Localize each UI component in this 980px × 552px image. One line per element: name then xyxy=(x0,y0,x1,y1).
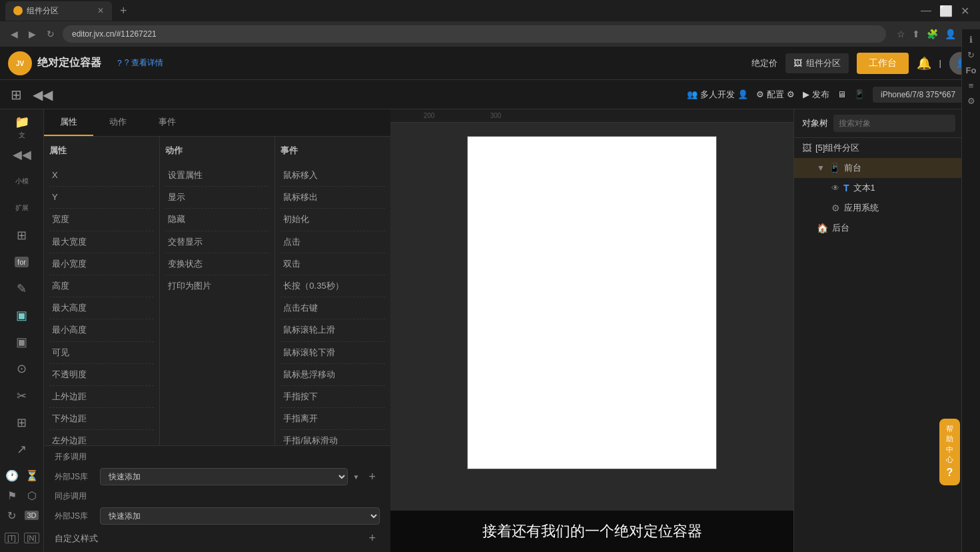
mobile-icon[interactable]: 📱 xyxy=(854,89,865,99)
tab-events[interactable]: 事件 xyxy=(143,109,192,136)
sidebar-n-button[interactable]: [N] xyxy=(23,529,41,547)
main-content: 📁 文 ◀◀ 小模 扩展 ⊞ for ✎ ▣ xyxy=(0,109,980,552)
sidebar-item-component[interactable]: ▣ xyxy=(4,330,40,354)
sidebar-item-circle[interactable]: ⊙ xyxy=(4,357,40,381)
tree-item-component-section[interactable]: 🖼 [5]组件分区 xyxy=(794,138,980,158)
event-longpress[interactable]: 长按（0.35秒） xyxy=(280,275,385,297)
sidebar-item-expand[interactable]: 扩展 xyxy=(4,196,40,220)
preview-icon[interactable]: 🖥 xyxy=(837,89,846,99)
help-link[interactable]: ? ? 查看详情 xyxy=(117,57,163,69)
tab-attributes[interactable]: 属性 xyxy=(44,109,93,136)
refresh-button[interactable]: ↻ xyxy=(44,26,57,42)
prop-min-height[interactable]: 最小高度 xyxy=(49,319,154,341)
action-state[interactable]: 变换状态 xyxy=(165,253,270,275)
add-style-button[interactable]: + xyxy=(364,530,380,547)
help-center-button[interactable]: 帮 助 中 心 ? xyxy=(939,419,960,485)
js-library-selector-2[interactable]: 快速添加 xyxy=(100,507,380,525)
sidebar-item-small[interactable]: 小模 xyxy=(4,169,40,193)
sidebar-files-label: 文 xyxy=(19,131,25,140)
device-selector[interactable]: iPhone6/7/8 375*667 xyxy=(873,87,972,103)
sidebar-network-button[interactable]: ⬡ xyxy=(23,487,41,504)
rotate-icon: ↻ xyxy=(7,509,16,522)
sidebar-flag-button[interactable]: ⚑ xyxy=(3,487,21,504)
event-mouse-leave[interactable]: 鼠标移出 xyxy=(280,187,385,209)
sidebar-item-for[interactable]: for xyxy=(4,250,40,274)
js-library-selector[interactable]: 快速添加 xyxy=(100,468,348,485)
event-scroll-up[interactable]: 鼠标滚轮上滑 xyxy=(280,319,385,341)
tree-item-app-system[interactable]: ⚙ 应用系统 xyxy=(794,198,980,218)
event-dblclick[interactable]: 双击 xyxy=(280,253,385,275)
sidebar-3d-button[interactable]: 3D xyxy=(23,507,41,524)
event-touch-end[interactable]: 手指离开 xyxy=(280,408,385,430)
sidebar-item-grid[interactable]: ⊞ xyxy=(4,223,40,247)
object-search-input[interactable] xyxy=(833,115,955,132)
prop-x[interactable]: X xyxy=(49,165,154,187)
tab-title: 组件分区 xyxy=(27,5,59,17)
back-button[interactable]: ◀ xyxy=(8,26,21,42)
action-show[interactable]: 显示 xyxy=(165,187,270,209)
config-button[interactable]: ⚙ 配置 ⚙ xyxy=(756,89,795,101)
action-set-prop[interactable]: 设置属性 xyxy=(165,165,270,187)
sidebar-t-button[interactable]: [T] xyxy=(3,529,21,547)
prop-min-width[interactable]: 最小宽度 xyxy=(49,253,154,275)
prop-margin-top[interactable]: 上外边距 xyxy=(49,386,154,408)
bell-icon[interactable]: 🔔 xyxy=(917,56,931,71)
workbench-button[interactable]: 工作台 xyxy=(857,53,909,74)
component-section-label: 组件分区 xyxy=(806,57,841,69)
minimize-button[interactable]: — xyxy=(921,5,931,17)
sidebar-item-cut[interactable]: ✂ xyxy=(4,384,40,408)
publish-button[interactable]: ▶ 发布 xyxy=(803,89,829,101)
event-hover-move[interactable]: 鼠标悬浮移动 xyxy=(280,364,385,386)
new-tab-button[interactable]: + xyxy=(115,3,133,19)
action-hide[interactable]: 隐藏 xyxy=(165,209,270,231)
component-section[interactable]: 🖼 组件分区 xyxy=(785,53,849,73)
tree-item-text1[interactable]: 👁 T 文本1 xyxy=(794,178,980,198)
event-init[interactable]: 初始化 xyxy=(280,209,385,231)
event-mouse-enter[interactable]: 鼠标移入 xyxy=(280,165,385,187)
bookmark-icon[interactable]: ☆ xyxy=(897,29,905,39)
sidebar-rotate-button[interactable]: ↻ xyxy=(3,507,21,524)
prop-max-height[interactable]: 最大高度 xyxy=(49,297,154,319)
grid-view-button[interactable]: ⊞ xyxy=(8,84,25,105)
share-icon[interactable]: ⬆ xyxy=(912,29,920,39)
sidebar-item-green[interactable]: ▣ xyxy=(4,303,40,327)
forward-button[interactable]: ▶ xyxy=(26,26,39,42)
profile-icon[interactable]: 👤 xyxy=(945,29,956,39)
sidebar-clock-button[interactable]: 🕐 xyxy=(3,467,21,484)
tab-actions[interactable]: 动作 xyxy=(93,109,143,136)
action-print[interactable]: 打印为图片 xyxy=(165,275,270,297)
event-scroll-down[interactable]: 鼠标滚轮下滑 xyxy=(280,342,385,364)
collab-user-icon: 👤 xyxy=(737,89,748,99)
event-touch-start[interactable]: 手指按下 xyxy=(280,386,385,408)
browser-tab-active[interactable]: 组件分区 ✕ xyxy=(5,1,112,21)
prop-y[interactable]: Y xyxy=(49,187,154,209)
sidebar-hourglass-button[interactable]: ⏳ xyxy=(23,467,41,484)
sidebar-item-files[interactable]: 📁 文 xyxy=(4,115,40,140)
sidebar-item-table[interactable]: ⊞ xyxy=(4,411,40,435)
tab-close-button[interactable]: ✕ xyxy=(97,6,104,15)
close-window-button[interactable]: ✕ xyxy=(961,5,969,17)
event-click[interactable]: 点击 xyxy=(280,231,385,253)
prop-width[interactable]: 宽度 xyxy=(49,209,154,231)
sidebar-item-edit[interactable]: ✎ xyxy=(4,277,40,301)
back-nav-button[interactable]: ◀◀ xyxy=(30,84,55,105)
prop-opacity[interactable]: 不透明度 xyxy=(49,364,154,386)
collab-button[interactable]: 👥 多人开发 👤 xyxy=(687,89,748,101)
tree-label-2: 文本1 xyxy=(853,182,875,194)
tree-item-frontend[interactable]: ▼ 📱 前台 xyxy=(794,158,980,178)
phone-frame[interactable] xyxy=(467,136,717,469)
event-rightclick[interactable]: 点击右键 xyxy=(280,297,385,319)
prop-visible[interactable]: 可见 xyxy=(49,342,154,364)
restore-button[interactable]: ⬜ xyxy=(939,5,953,17)
tree-item-backend[interactable]: 🏠 后台 xyxy=(794,218,980,238)
prop-margin-bottom[interactable]: 下外边距 xyxy=(49,408,154,430)
address-bar[interactable] xyxy=(63,25,886,43)
prop-max-width[interactable]: 最大宽度 xyxy=(49,231,154,253)
sidebar-item-back[interactable]: ◀◀ xyxy=(4,143,40,167)
add-js-button[interactable]: + xyxy=(364,469,380,485)
extensions-icon[interactable]: 🧩 xyxy=(927,29,938,39)
external-js-row: 外部JS库 快速添加 ▼ + xyxy=(55,468,380,485)
prop-height[interactable]: 高度 xyxy=(49,275,154,297)
action-toggle[interactable]: 交替显示 xyxy=(165,231,270,253)
sidebar-item-share[interactable]: ↗ xyxy=(4,437,40,461)
